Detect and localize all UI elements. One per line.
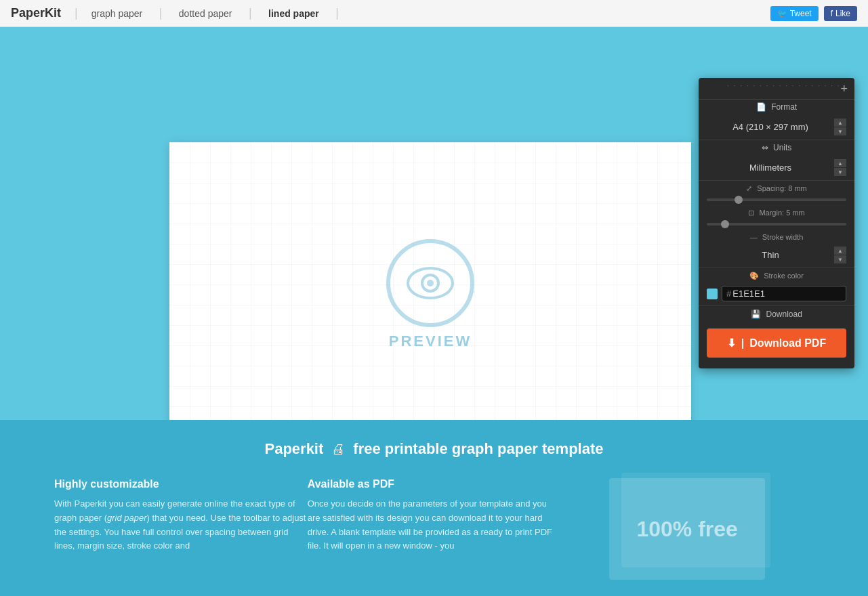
nav-graph-paper[interactable]: graph paper <box>91 8 143 19</box>
color-input-wrap: # <box>722 286 846 301</box>
hash-icon: # <box>726 289 731 299</box>
feature2-text: Once you decide on the parameters of you… <box>308 497 561 553</box>
svg-rect-1 <box>169 142 691 420</box>
spacing-icon: ⤢ <box>746 184 752 192</box>
social-buttons: 🐦 Tweet f Like <box>770 6 857 21</box>
spacing-label: ⤢ Spacing: 8 mm <box>699 181 854 194</box>
feature-pdf: Available as PDF Once you decide on the … <box>308 478 561 580</box>
stroke-width-spinner[interactable]: ▲ ▼ <box>834 247 846 263</box>
format-down[interactable]: ▼ <box>834 127 846 135</box>
bottom-title: Paperkit 🖨 free printable graph paper te… <box>0 440 868 458</box>
free-card: 100% free <box>609 478 765 580</box>
download-icon: 💾 <box>751 310 761 319</box>
download-label: 💾 Download <box>699 306 854 323</box>
stroke-color-icon: 🎨 <box>749 272 759 280</box>
stroke-width-down[interactable]: ▼ <box>834 255 846 263</box>
download-arrow-icon: ⬇ <box>727 337 736 349</box>
stroke-width-value: Thin <box>707 250 834 260</box>
format-label: 📄 Format <box>699 100 854 114</box>
stroke-width-up[interactable]: ▲ <box>834 247 846 255</box>
drag-dots-icon: · · · · · · · · · · · · · · · · · · <box>727 82 840 96</box>
feature1-text: With Paperkit you can easily generate on… <box>54 497 308 553</box>
download-separator: | <box>741 337 744 349</box>
format-up[interactable]: ▲ <box>834 119 846 127</box>
features-section: Highly customizable With Paperkit you ca… <box>0 478 868 580</box>
stroke-color-row: # <box>699 282 854 306</box>
nav-dotted-paper[interactable]: dotted paper <box>179 8 232 19</box>
margin-slider-track[interactable] <box>707 223 846 226</box>
margin-label: ⊡ Margin: 5 mm <box>699 205 854 219</box>
units-down[interactable]: ▼ <box>834 168 846 176</box>
units-icon: ⇔ <box>762 143 768 152</box>
stroke-width-section-label: — Stroke width <box>699 230 854 242</box>
paper-preview: PREVIEW <box>169 142 691 420</box>
facebook-icon: f <box>831 9 833 18</box>
main-area: PREVIEW · · · · · · · · · · · · · · · · … <box>0 27 868 420</box>
feature-customizable: Highly customizable With Paperkit you ca… <box>54 478 308 580</box>
margin-icon: ⊡ <box>748 209 754 217</box>
download-pdf-button[interactable]: ⬇ | Download PDF <box>707 328 846 358</box>
logo: PaperKit <box>11 6 61 20</box>
color-swatch[interactable] <box>707 289 718 299</box>
free-box: 100% free <box>560 478 814 580</box>
spacing-slider-row <box>699 194 854 205</box>
bottom-section: Paperkit 🖨 free printable graph paper te… <box>0 420 868 596</box>
feature1-title: Highly customizable <box>54 478 308 490</box>
toolbar-panel: · · · · · · · · · · · · · · · · · · + 📄 … <box>699 78 854 368</box>
stroke-color-section-label: 🎨 Stroke color <box>699 268 854 282</box>
units-spinner[interactable]: ▲ ▼ <box>834 159 846 176</box>
twitter-icon: 🐦 <box>777 9 787 18</box>
format-value: A4 (210 × 297 mm) <box>707 122 834 132</box>
feature2-title: Available as PDF <box>308 478 561 490</box>
grid-paper-italic: grid paper <box>107 513 147 523</box>
divider: | <box>75 6 78 20</box>
plus-icon[interactable]: + <box>840 82 848 96</box>
units-row: Millimeters ▲ ▼ <box>699 155 854 181</box>
nav-lined-paper[interactable]: lined paper <box>268 8 319 19</box>
stroke-width-icon: — <box>750 233 758 241</box>
units-value: Millimeters <box>707 163 834 173</box>
like-button[interactable]: f Like <box>824 6 857 21</box>
units-label: ⇔ Units <box>699 140 854 155</box>
tweet-button[interactable]: 🐦 Tweet <box>770 6 819 21</box>
tagline: free printable graph paper template <box>353 440 603 458</box>
units-up[interactable]: ▲ <box>834 159 846 167</box>
free-label: 100% free <box>636 517 737 542</box>
color-input[interactable] <box>732 289 842 299</box>
spacing-slider-track[interactable] <box>707 198 846 201</box>
main-nav: graph paper | dotted paper | lined paper… <box>81 6 342 20</box>
margin-slider-row <box>699 219 854 230</box>
format-icon: 📄 <box>756 102 766 112</box>
paper-grid <box>169 142 691 420</box>
format-row: A4 (210 × 297 mm) ▲ ▼ <box>699 114 854 140</box>
brand-name: Paperkit <box>264 440 323 458</box>
stroke-width-row: Thin ▲ ▼ <box>699 242 854 268</box>
format-spinner[interactable]: ▲ ▼ <box>834 119 846 135</box>
spacing-slider-thumb[interactable] <box>735 196 743 204</box>
printer-icon: 🖨 <box>331 442 345 457</box>
margin-slider-thumb[interactable] <box>721 220 729 228</box>
drag-handle[interactable]: · · · · · · · · · · · · · · · · · · + <box>699 78 854 100</box>
